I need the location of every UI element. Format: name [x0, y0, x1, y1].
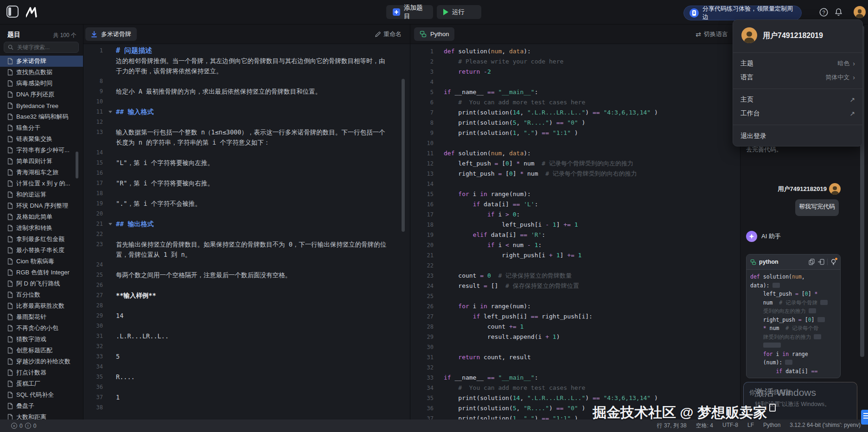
line-number	[83, 56, 105, 66]
sidebar-problem-item[interactable]: 不再贪心的小包	[0, 323, 83, 334]
code-editor[interactable]: 1 def solution(num, data): 2 # Please wr…	[410, 44, 740, 419]
search-input[interactable]	[16, 44, 74, 51]
problem-item-label: 查找热点数据	[16, 68, 52, 76]
line-number: 22	[410, 260, 436, 271]
sidebar-problem-item[interactable]: 比赛最高获胜次数	[0, 300, 83, 311]
search-box[interactable]	[4, 42, 79, 53]
share-promo-pill[interactable]: 分享代码练习体验，领限量定制周边	[683, 6, 802, 20]
user-avatar[interactable]	[854, 6, 866, 18]
line-number: 35	[83, 372, 105, 382]
sidebar-problem-item[interactable]: Bytedance Tree	[0, 100, 83, 111]
markdown-line: 28	[83, 300, 410, 311]
run-button[interactable]: 运行	[437, 5, 481, 19]
sidebar-problem-item[interactable]: 打点计数器	[0, 367, 83, 378]
line-number: 12	[410, 159, 436, 169]
pencil-icon	[375, 32, 381, 38]
menu-item-language[interactable]: 语言 简体中文›	[733, 70, 862, 84]
line-code: left_push[i - 1] += 1	[444, 220, 578, 230]
sidebar-problem-item[interactable]: 进制求和转换	[0, 222, 83, 234]
line-text: 边的相邻骨牌推倒。当一个骨牌，其左边倒向它的骨牌数目与其右边倒向它的骨牌数目相等…	[116, 56, 385, 66]
ai-card-code-line: left_push = [0] *	[750, 290, 836, 299]
sidebar-problem-item[interactable]: 计算位置 x 到 y 的...	[0, 178, 83, 189]
sidebar-problem-item[interactable]: 简单四则计算	[0, 156, 83, 167]
markdown-line: 24	[83, 260, 410, 270]
cursor-position[interactable]: 行 37, 列 38	[657, 422, 687, 430]
sidebar-problem-item[interactable]: 链表聚集交换	[0, 133, 83, 145]
notifications-bell-icon[interactable]	[834, 7, 843, 17]
fold-chevron-icon[interactable]	[108, 111, 112, 113]
sidebar-problem-item[interactable]: 暴雨梨花针	[0, 311, 83, 323]
insert-code-icon[interactable]	[817, 259, 824, 265]
sidebar-problem-item[interactable]: 阿 D 的飞行路线	[0, 278, 83, 289]
ai-card-code-line: def solution(num,	[750, 273, 836, 281]
encoding[interactable]: UTF-8	[722, 422, 738, 430]
sidebar-scrollbar[interactable]	[76, 152, 78, 178]
interpreter-version[interactable]: 3.12.2 64-bit ('shims': pyenv)	[790, 422, 861, 430]
sidebar-problem-item[interactable]: Cion 勒索病毒	[0, 256, 83, 267]
problem-tab[interactable]: 多米诺骨牌	[85, 27, 137, 41]
markdown-line: 1 # 问题描述	[83, 45, 410, 56]
sidebar-problem-item[interactable]: 及格如此简单	[0, 211, 83, 222]
language-mode[interactable]: Python	[763, 422, 780, 430]
language-tab-python[interactable]: Python	[414, 27, 454, 41]
sidebar-problem-item[interactable]: 最小替换子串长度	[0, 245, 83, 256]
problem-item-label: 及格如此简单	[16, 213, 52, 221]
sidebar-problem-item[interactable]: SQL 代码补全	[0, 389, 83, 400]
sidebar-problem-item[interactable]: 蛋糕工厂	[0, 378, 83, 389]
sidebar-problem-item[interactable]: 多米诺骨牌	[0, 56, 83, 67]
line-number: 13	[83, 127, 105, 137]
line-text: 每两个数之间用一个空格隔开，注意最后一个数后面没有空格。	[116, 270, 291, 280]
run-play-icon	[443, 9, 448, 15]
line-number: 11	[410, 148, 436, 159]
help-icon[interactable]: ?	[819, 7, 829, 17]
line-number: 31	[83, 331, 105, 341]
switch-language-button[interactable]: ⇄ 切换语言	[696, 30, 728, 38]
line-number: 2	[410, 57, 436, 67]
markdown-line: 32	[83, 341, 410, 351]
copy-code-icon[interactable]	[809, 259, 815, 265]
markdown-line: 18	[83, 188, 410, 198]
sidebar-problem-item[interactable]: 环状 DNA 序列整理	[0, 200, 83, 211]
document-icon	[7, 203, 13, 209]
menu-item-workbench[interactable]: 工作台 ↗	[733, 107, 862, 121]
sidebar-problem-item[interactable]: RGB 色值转 Integer	[0, 267, 83, 278]
sidebar-problem-item[interactable]: 查找热点数据	[0, 67, 83, 78]
sidebar-problem-item[interactable]: 猜数字游戏	[0, 334, 83, 345]
sidebar-problem-item[interactable]: 猫鱼分干	[0, 122, 83, 133]
problem-item-label: 计算位置 x 到 y 的...	[16, 179, 70, 188]
problem-scrollbar[interactable]	[402, 79, 405, 232]
fold-chevron-icon[interactable]	[108, 223, 112, 225]
sidebar-problem-item[interactable]: DNA 序列还原	[0, 89, 83, 100]
sidebar-problem-item[interactable]: 拿到最多红包金额	[0, 234, 83, 245]
sidebar-problem-item[interactable]: 字符串有多少种可...	[0, 145, 83, 156]
sidebar-problem-item[interactable]: Base32 编码和解码	[0, 111, 83, 122]
lightbulb-icon[interactable]	[830, 259, 836, 265]
sidebar-problem-item[interactable]: 百分位数	[0, 289, 83, 300]
app-logo-icon[interactable]	[26, 6, 40, 18]
sidebar-problem-item[interactable]: 叠盘子	[0, 400, 83, 412]
sidebar-problem-item[interactable]: 和的逆运算	[0, 189, 83, 200]
code-tab-bar: Python ⇄ 切换语言	[410, 24, 740, 44]
sidebar-problem-item[interactable]: 穿越沙漠的补给次数	[0, 356, 83, 367]
sidebar-problem-item[interactable]: 青海湖租车之旅	[0, 167, 83, 178]
menu-item-home[interactable]: 主页 ↗	[733, 93, 862, 107]
menu-item-logout[interactable]: 退出登录	[733, 129, 862, 143]
line-code: result = [] # 保存保持竖立的骨牌位置	[444, 281, 579, 291]
code-line: 1 def solution(num, data):	[410, 46, 740, 57]
line-text: "L"，第 i 个字符将要被向左推。	[116, 158, 214, 168]
problems-summary[interactable]: × 0 ! 0	[11, 423, 36, 429]
dropdown-user-name: 用户74912182019	[763, 31, 823, 41]
corner-floating-button[interactable]	[861, 410, 868, 425]
document-icon	[7, 247, 13, 254]
problem-item-label: 猫鱼分干	[16, 124, 40, 132]
problem-item-label: 暴雨梨花针	[16, 313, 46, 321]
sidebar-problem-item[interactable]: 创意标题匹配	[0, 345, 83, 356]
rename-button[interactable]: 重命名	[375, 30, 402, 38]
add-problem-button[interactable]: 添加题目	[386, 5, 433, 19]
problem-editor[interactable]: 1 # 问题描述 边的相邻骨牌推倒。当一个骨牌，其左边倒向它的骨牌数目与其右边倒…	[83, 44, 410, 419]
eol-setting[interactable]: LF	[747, 422, 754, 430]
sidebar-toggle-icon[interactable]	[6, 6, 19, 18]
menu-item-theme[interactable]: 主题 暗色›	[733, 57, 862, 70]
sidebar-problem-item[interactable]: 病毒感染时间	[0, 78, 83, 89]
indent-setting[interactable]: 空格: 4	[696, 422, 713, 430]
